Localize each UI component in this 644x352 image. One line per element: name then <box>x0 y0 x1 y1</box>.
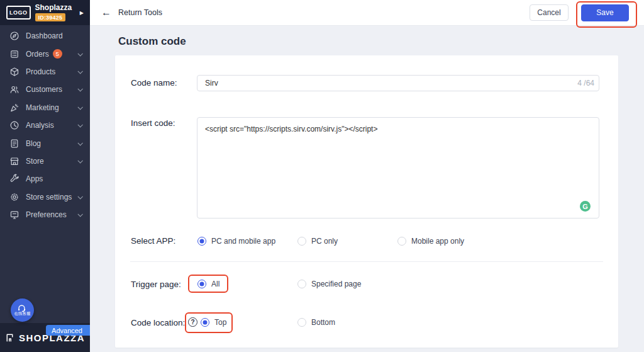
chevron-down-icon <box>77 51 82 56</box>
grammarly-icon[interactable]: G <box>580 201 591 212</box>
insert-code-wrap: <script src="https://scripts.sirv.com/si… <box>197 117 599 219</box>
radio-unselected-icon <box>297 237 306 246</box>
radio-label: All <box>211 280 219 288</box>
brand-name: Shoplazza <box>35 4 72 12</box>
sidebar-item-analysis[interactable]: Analysis <box>0 116 90 134</box>
chevron-down-icon <box>77 140 82 145</box>
live-chat-label: 在线客服 <box>14 311 31 317</box>
save-button[interactable]: Save <box>581 4 629 21</box>
radio-location-bottom[interactable]: Bottom <box>297 316 335 329</box>
select-app-label: Select APP: <box>131 236 175 246</box>
radio-label: Specified page <box>311 280 361 288</box>
radio-selected-icon <box>197 237 206 246</box>
sidebar-item-label: Products <box>26 67 55 76</box>
chevron-down-icon <box>77 194 82 199</box>
sidebar-item-label: Blog <box>26 139 41 148</box>
content-area: Custom code Code name: 4 /64 Insert code… <box>90 26 644 352</box>
shoplazza-logo-icon <box>5 333 14 343</box>
radio-unselected-icon <box>297 318 306 327</box>
code-name-input[interactable] <box>197 75 599 91</box>
radio-label: PC and mobile app <box>211 237 275 246</box>
sidebar-item-label: Preferences <box>26 210 67 219</box>
sidebar-item-label: Store <box>26 157 44 166</box>
brand-block: Shoplazza ID:39425 <box>35 4 72 21</box>
sidebar-item-store-settings[interactable]: Store settings <box>0 188 90 206</box>
marketing-icon <box>9 103 19 113</box>
sidebar-item-dashboard[interactable]: Dashboard <box>0 27 90 45</box>
radio-unselected-icon <box>397 237 406 246</box>
radio-label: Bottom <box>311 318 335 327</box>
sidebar-item-products[interactable]: Products <box>0 63 90 81</box>
products-icon <box>9 67 19 77</box>
advanced-plan-badge[interactable]: Advanced <box>46 325 90 336</box>
radio-specified-page[interactable]: Specified page <box>297 278 361 290</box>
section-divider <box>130 261 603 262</box>
radio-label: Top <box>214 318 226 327</box>
sidebar-nav: Dashboard Orders 5 Products Customers Ma… <box>0 25 90 323</box>
sidebar-item-label: Apps <box>26 174 43 183</box>
sidebar-expand-icon[interactable]: ▶ <box>80 10 84 16</box>
back-arrow-icon: ← <box>101 8 111 18</box>
cancel-button[interactable]: Cancel <box>530 4 569 21</box>
store-icon <box>9 156 19 166</box>
sidebar-item-label: Marketing <box>26 103 59 112</box>
chevron-down-icon <box>77 122 82 127</box>
insert-code-textarea[interactable]: <script src="https://scripts.sirv.com/si… <box>197 117 599 219</box>
radio-mobile-app-only[interactable]: Mobile app only <box>397 235 464 247</box>
radio-label: Mobile app only <box>411 237 464 246</box>
sidebar-item-label: Analysis <box>26 121 54 130</box>
sidebar-item-label: Orders <box>26 50 49 59</box>
orders-count-badge: 5 <box>53 49 62 59</box>
chevron-down-icon <box>77 69 82 74</box>
sidebar-item-label: Customers <box>26 85 62 94</box>
radio-selected-icon <box>201 318 209 327</box>
radio-trigger-all[interactable]: All <box>197 278 219 290</box>
sidebar-item-label: Dashboard <box>26 31 63 40</box>
sidebar-item-orders[interactable]: Orders 5 <box>0 45 90 62</box>
help-icon[interactable]: ? <box>188 317 197 327</box>
code-location-label: Code location: <box>131 318 185 327</box>
page-title: Custom code <box>118 35 186 48</box>
radio-unselected-icon <box>297 280 306 288</box>
back-label: Return Tools <box>118 8 162 17</box>
radio-label: PC only <box>311 237 338 246</box>
sidebar-item-blog[interactable]: Blog <box>0 134 90 152</box>
gear-icon <box>9 192 19 202</box>
chevron-down-icon <box>77 212 82 217</box>
sidebar-item-marketing[interactable]: Marketing <box>0 99 90 116</box>
chevron-down-icon <box>77 158 82 163</box>
preferences-icon <box>9 210 19 220</box>
custom-code-form-card: Code name: 4 /64 Insert code: <script sr… <box>115 55 618 348</box>
sidebar-item-label: Store settings <box>26 193 72 202</box>
app-root: LOGO Shoplazza ID:39425 ▶ Dashboard Orde… <box>0 0 644 352</box>
orders-icon <box>9 49 19 59</box>
main-area: ← Return Tools Cancel Save Custom code C… <box>90 0 644 352</box>
code-name-label: Code name: <box>131 78 177 88</box>
radio-location-top[interactable]: Top <box>201 316 226 329</box>
analysis-icon <box>9 120 19 130</box>
insert-code-label: Insert code: <box>131 118 175 128</box>
chevron-down-icon <box>77 86 82 91</box>
live-chat-button[interactable]: 在线客服 <box>11 298 34 322</box>
sidebar-header: LOGO Shoplazza ID:39425 ▶ <box>0 0 90 25</box>
blog-icon <box>9 139 19 149</box>
sidebar-item-preferences[interactable]: Preferences <box>0 206 90 224</box>
sidebar-item-customers[interactable]: Customers <box>0 81 90 98</box>
sidebar-item-store[interactable]: Store <box>0 152 90 170</box>
store-logo: LOGO <box>6 6 31 20</box>
radio-selected-icon <box>197 280 206 288</box>
apps-icon <box>9 174 19 184</box>
sidebar-item-apps[interactable]: Apps <box>0 170 90 188</box>
back-button[interactable]: ← Return Tools <box>101 8 162 18</box>
topbar: ← Return Tools Cancel Save <box>90 0 644 26</box>
radio-pc-only[interactable]: PC only <box>297 235 338 247</box>
radio-pc-and-mobile[interactable]: PC and mobile app <box>197 235 275 247</box>
store-id-badge: ID:39425 <box>35 13 66 21</box>
sidebar: LOGO Shoplazza ID:39425 ▶ Dashboard Orde… <box>0 0 90 352</box>
dashboard-icon <box>9 31 19 41</box>
trigger-page-label: Trigger page: <box>131 280 181 289</box>
customers-icon <box>9 84 19 94</box>
chevron-down-icon <box>77 105 82 110</box>
